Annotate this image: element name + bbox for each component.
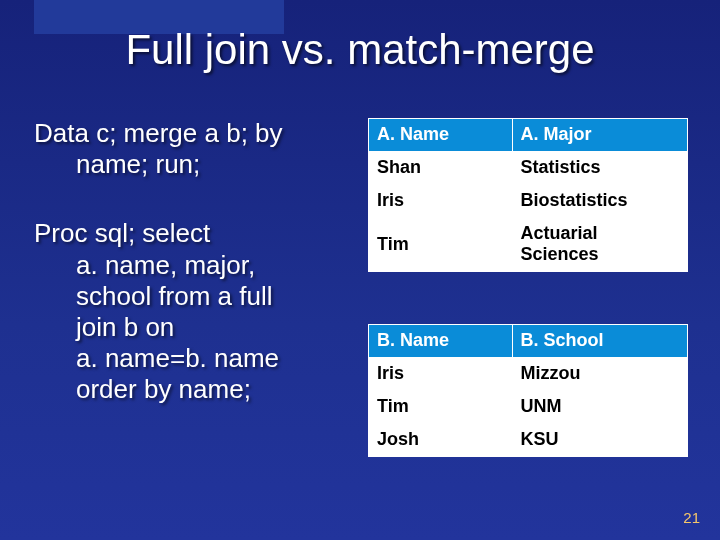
table-cell: Tim xyxy=(369,391,513,424)
table-cell: Shan xyxy=(369,152,513,185)
table-cell: Actuarial Sciences xyxy=(512,218,687,272)
table-header-row: B. Name B. School xyxy=(369,325,688,358)
table-row: Tim Actuarial Sciences xyxy=(369,218,688,272)
table-cell: Mizzou xyxy=(512,358,687,391)
code-block-merge: Data c; merge a b; by name; run; xyxy=(34,118,356,180)
table-cell: KSU xyxy=(512,424,687,457)
table-header: B. Name xyxy=(369,325,513,358)
left-column: Data c; merge a b; by name; run; Proc sq… xyxy=(34,118,356,444)
code-line: school from a full xyxy=(34,281,356,312)
table-cell: Iris xyxy=(369,185,513,218)
table-cell: Statistics xyxy=(512,152,687,185)
table-cell: Tim xyxy=(369,218,513,272)
code-line: Proc sql; select xyxy=(34,218,356,249)
table-cell: Biostatistics xyxy=(512,185,687,218)
code-line: name; run; xyxy=(34,149,356,180)
table-b: B. Name B. School Iris Mizzou Tim UNM Jo… xyxy=(368,324,688,457)
table-header: B. School xyxy=(512,325,687,358)
code-line: a. name, major, xyxy=(34,250,356,281)
code-line: a. name=b. name xyxy=(34,343,356,374)
table-header: A. Major xyxy=(512,119,687,152)
page-number: 21 xyxy=(683,509,700,526)
table-row: Iris Biostatistics xyxy=(369,185,688,218)
slide: Full join vs. match-merge Data c; merge … xyxy=(0,0,720,540)
table-row: Shan Statistics xyxy=(369,152,688,185)
table-row: Iris Mizzou xyxy=(369,358,688,391)
table-cell: UNM xyxy=(512,391,687,424)
table-row: Tim UNM xyxy=(369,391,688,424)
table-header-row: A. Name A. Major xyxy=(369,119,688,152)
table-cell: Josh xyxy=(369,424,513,457)
table-row: Josh KSU xyxy=(369,424,688,457)
code-line: join b on xyxy=(34,312,356,343)
code-line: Data c; merge a b; by xyxy=(34,118,356,149)
code-line: order by name; xyxy=(34,374,356,405)
slide-title: Full join vs. match-merge xyxy=(0,26,720,74)
table-header: A. Name xyxy=(369,119,513,152)
code-block-sql: Proc sql; select a. name, major, school … xyxy=(34,218,356,405)
table-cell: Iris xyxy=(369,358,513,391)
right-column: A. Name A. Major Shan Statistics Iris Bi… xyxy=(368,118,688,509)
table-a: A. Name A. Major Shan Statistics Iris Bi… xyxy=(368,118,688,272)
